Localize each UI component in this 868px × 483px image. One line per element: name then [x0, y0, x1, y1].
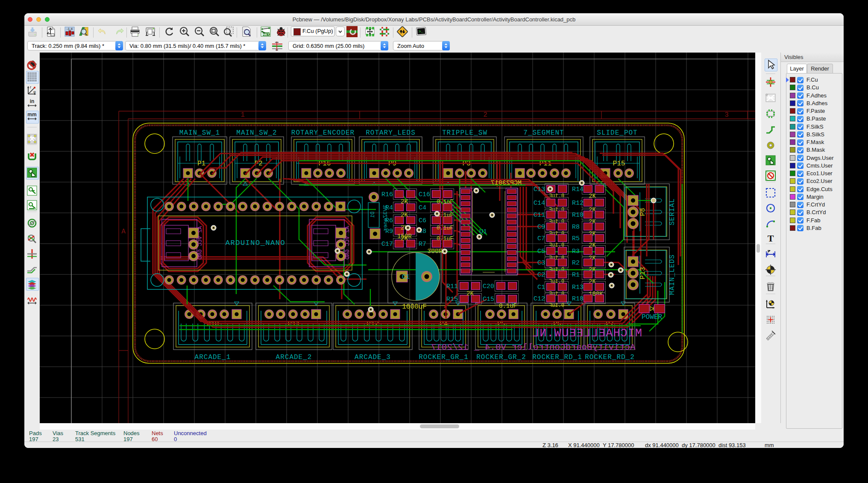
- svg-text:TRIPPLE_SW: TRIPPLE_SW: [442, 129, 487, 137]
- svg-text:R18: R18: [572, 295, 584, 303]
- svg-text:MAIN_LEDS: MAIN_LEDS: [669, 254, 676, 295]
- svg-text:0.1uF: 0.1uF: [437, 236, 453, 242]
- svg-text:P15: P15: [613, 160, 625, 168]
- svg-text:ROCKER_GR_2: ROCKER_GR_2: [476, 353, 526, 361]
- svg-text:R15: R15: [446, 296, 458, 303]
- svg-text:3: 3: [724, 111, 729, 119]
- svg-text:C1: C1: [537, 284, 545, 291]
- svg-text:ActivityBoardController V0.4 _: ActivityBoardController V0.4 _ 12/2017: [431, 342, 636, 352]
- svg-text:R3: R3: [572, 248, 580, 255]
- svg-text:C3: C3: [537, 259, 545, 267]
- svg-text:C7: C7: [537, 235, 545, 242]
- svg-text:0.1uF: 0.1uF: [499, 303, 517, 309]
- svg-text:C4: C4: [419, 204, 426, 212]
- svg-text:0.1uF: 0.1uF: [437, 225, 453, 231]
- svg-text:3V3Zener: 3V3Zener: [382, 205, 389, 231]
- svg-text:C20: C20: [483, 283, 494, 290]
- svg-text:MICHAELLEEUW.NL: MICHAELLEEUW.NL: [532, 327, 642, 340]
- svg-text:T: T: [768, 233, 774, 244]
- svg-text:R8: R8: [572, 224, 580, 231]
- svg-text:C17: C17: [381, 241, 393, 248]
- svg-text:P13: P13: [639, 267, 647, 280]
- svg-text:ROTARY_ENCODER: ROTARY_ENCODER: [291, 129, 355, 137]
- svg-text:A2 VCC GND: A2 VCC GND: [344, 226, 351, 259]
- svg-text:P1: P1: [197, 160, 205, 168]
- svg-text:C9: C9: [537, 224, 545, 231]
- svg-text:ROCKER_RD_1: ROCKER_RD_1: [532, 353, 582, 361]
- svg-text:SLIDE_POT: SLIDE_POT: [597, 129, 637, 137]
- svg-text:C14: C14: [534, 200, 545, 207]
- svg-text:ROCKER_RD_2: ROCKER_RD_2: [585, 353, 635, 361]
- svg-text:MAIN_SW_1: MAIN_SW_1: [179, 129, 220, 137]
- svg-text:NET: NET: [263, 32, 270, 36]
- svg-text:C15: C15: [483, 296, 494, 303]
- svg-text:R2: R2: [572, 259, 580, 267]
- svg-text:R11: R11: [446, 283, 458, 290]
- svg-text:R12: R12: [572, 200, 584, 207]
- svg-text:0.1uF: 0.1uF: [549, 303, 564, 309]
- svg-text:R10: R10: [572, 212, 584, 219]
- svg-text:A: A: [121, 228, 126, 236]
- svg-text:ROCKER_GR_1: ROCKER_GR_1: [419, 353, 469, 361]
- svg-text:0.1uF: 0.1uF: [549, 193, 564, 199]
- svg-text:MAIN_SW_2: MAIN_SW_2: [236, 129, 277, 137]
- svg-text:C12: C12: [534, 295, 545, 303]
- svg-text:C16: C16: [419, 191, 430, 198]
- svg-text:ROTARY_LEDS: ROTARY_LEDS: [366, 129, 416, 137]
- svg-text:>_: >_: [419, 29, 424, 34]
- svg-text:ARDUINO_NANO: ARDUINO_NANO: [226, 239, 285, 247]
- svg-text:2K: 2K: [466, 290, 474, 297]
- svg-text:POWER: POWER: [642, 313, 662, 321]
- svg-text:ARCADE_2: ARCADE_2: [276, 353, 312, 361]
- svg-text:2K: 2K: [401, 212, 408, 218]
- svg-text:R13: R13: [572, 284, 584, 291]
- svg-text:C11: C11: [534, 212, 545, 219]
- svg-text:C13: C13: [534, 186, 545, 193]
- svg-text:2K: 2K: [589, 193, 596, 200]
- svg-text:0.1uF: 0.1uF: [437, 199, 453, 205]
- svg-text:mm: mm: [27, 112, 36, 118]
- svg-text:300R: 300R: [427, 248, 443, 255]
- svg-text:P8: P8: [639, 208, 647, 216]
- svg-text:C1: C1: [402, 274, 410, 281]
- svg-text:1: 1: [240, 111, 245, 119]
- svg-text:-1.4: -1.4: [67, 27, 73, 31]
- svg-text:R7: R7: [419, 241, 426, 248]
- svg-text:C5: C5: [537, 248, 545, 255]
- svg-text:R1: R1: [572, 271, 580, 279]
- svg-text:2: 2: [483, 111, 487, 119]
- svg-text:SERIAL: SERIAL: [669, 198, 676, 226]
- svg-text:1000uF: 1000uF: [402, 303, 427, 311]
- svg-text:MCP23017: MCP23017: [491, 180, 522, 187]
- svg-text:R5: R5: [572, 235, 580, 242]
- svg-text:r: r: [30, 85, 31, 89]
- svg-text:ARCADE_1: ARCADE_1: [195, 353, 231, 361]
- svg-text:ARCADE_3: ARCADE_3: [355, 353, 391, 361]
- svg-text:φ: φ: [33, 90, 36, 94]
- svg-text:A2 VCC GND: A2 VCC GND: [197, 226, 203, 259]
- svg-text:C2: C2: [537, 271, 545, 279]
- svg-text:150R: 150R: [397, 233, 412, 240]
- svg-text:2K: 2K: [401, 198, 408, 205]
- svg-text:D1: D1: [370, 212, 376, 218]
- svg-text:R14: R14: [572, 186, 584, 193]
- svg-text:7_SEGMENT: 7_SEGMENT: [523, 129, 564, 137]
- svg-text:C6: C6: [419, 217, 426, 224]
- svg-text:R16: R16: [381, 191, 393, 198]
- svg-text:in: in: [30, 98, 35, 104]
